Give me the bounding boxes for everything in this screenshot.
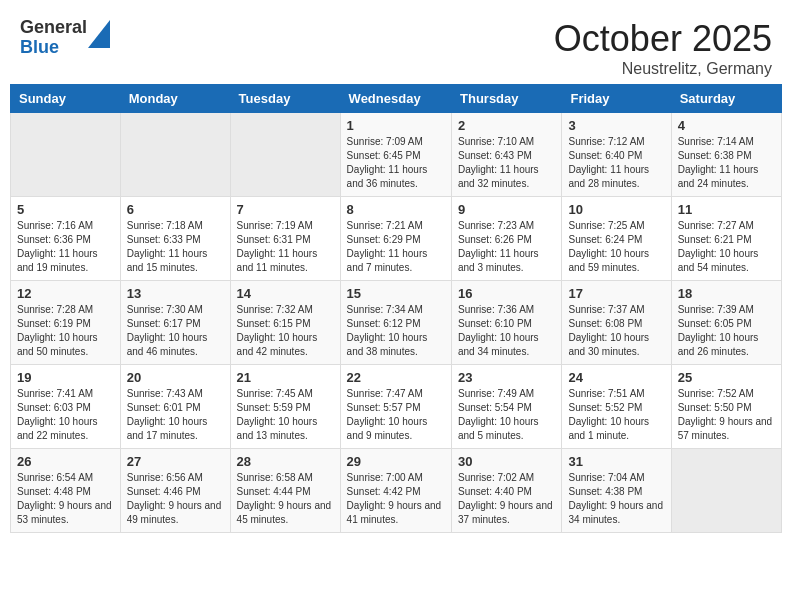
calendar-day-cell: 10Sunrise: 7:25 AMSunset: 6:24 PMDayligh… (562, 197, 671, 281)
day-info: Sunrise: 7:28 AMSunset: 6:19 PMDaylight:… (17, 303, 114, 359)
calendar-day-cell: 1Sunrise: 7:09 AMSunset: 6:45 PMDaylight… (340, 113, 451, 197)
weekday-header: Wednesday (340, 85, 451, 113)
calendar-week-row: 26Sunrise: 6:54 AMSunset: 4:48 PMDayligh… (11, 449, 782, 533)
calendar-day-cell: 4Sunrise: 7:14 AMSunset: 6:38 PMDaylight… (671, 113, 781, 197)
day-info: Sunrise: 7:00 AMSunset: 4:42 PMDaylight:… (347, 471, 445, 527)
weekday-header: Friday (562, 85, 671, 113)
day-info: Sunrise: 7:37 AMSunset: 6:08 PMDaylight:… (568, 303, 664, 359)
day-info: Sunrise: 7:18 AMSunset: 6:33 PMDaylight:… (127, 219, 224, 275)
day-info: Sunrise: 7:25 AMSunset: 6:24 PMDaylight:… (568, 219, 664, 275)
calendar-day-cell: 25Sunrise: 7:52 AMSunset: 5:50 PMDayligh… (671, 365, 781, 449)
calendar-day-cell: 30Sunrise: 7:02 AMSunset: 4:40 PMDayligh… (452, 449, 562, 533)
weekday-header: Sunday (11, 85, 121, 113)
day-info: Sunrise: 6:56 AMSunset: 4:46 PMDaylight:… (127, 471, 224, 527)
day-info: Sunrise: 7:14 AMSunset: 6:38 PMDaylight:… (678, 135, 775, 191)
day-info: Sunrise: 7:21 AMSunset: 6:29 PMDaylight:… (347, 219, 445, 275)
weekday-header: Monday (120, 85, 230, 113)
logo-general: General (20, 18, 87, 38)
logo-blue: Blue (20, 38, 87, 58)
calendar-day-cell: 9Sunrise: 7:23 AMSunset: 6:26 PMDaylight… (452, 197, 562, 281)
calendar-week-row: 12Sunrise: 7:28 AMSunset: 6:19 PMDayligh… (11, 281, 782, 365)
day-number: 14 (237, 286, 334, 301)
day-number: 6 (127, 202, 224, 217)
day-info: Sunrise: 7:36 AMSunset: 6:10 PMDaylight:… (458, 303, 555, 359)
calendar-day-cell: 20Sunrise: 7:43 AMSunset: 6:01 PMDayligh… (120, 365, 230, 449)
calendar-day-cell: 19Sunrise: 7:41 AMSunset: 6:03 PMDayligh… (11, 365, 121, 449)
day-number: 24 (568, 370, 664, 385)
svg-marker-0 (88, 20, 110, 48)
day-info: Sunrise: 7:32 AMSunset: 6:15 PMDaylight:… (237, 303, 334, 359)
day-number: 30 (458, 454, 555, 469)
calendar-day-cell: 29Sunrise: 7:00 AMSunset: 4:42 PMDayligh… (340, 449, 451, 533)
calendar-day-cell: 11Sunrise: 7:27 AMSunset: 6:21 PMDayligh… (671, 197, 781, 281)
calendar-day-cell: 15Sunrise: 7:34 AMSunset: 6:12 PMDayligh… (340, 281, 451, 365)
day-number: 23 (458, 370, 555, 385)
calendar-day-cell: 2Sunrise: 7:10 AMSunset: 6:43 PMDaylight… (452, 113, 562, 197)
calendar-day-cell: 13Sunrise: 7:30 AMSunset: 6:17 PMDayligh… (120, 281, 230, 365)
day-number: 11 (678, 202, 775, 217)
day-number: 12 (17, 286, 114, 301)
day-number: 20 (127, 370, 224, 385)
calendar-day-cell: 21Sunrise: 7:45 AMSunset: 5:59 PMDayligh… (230, 365, 340, 449)
calendar-week-row: 1Sunrise: 7:09 AMSunset: 6:45 PMDaylight… (11, 113, 782, 197)
day-info: Sunrise: 7:43 AMSunset: 6:01 PMDaylight:… (127, 387, 224, 443)
day-info: Sunrise: 7:41 AMSunset: 6:03 PMDaylight:… (17, 387, 114, 443)
weekday-header: Tuesday (230, 85, 340, 113)
day-number: 18 (678, 286, 775, 301)
calendar-day-cell: 27Sunrise: 6:56 AMSunset: 4:46 PMDayligh… (120, 449, 230, 533)
calendar-day-cell: 8Sunrise: 7:21 AMSunset: 6:29 PMDaylight… (340, 197, 451, 281)
day-info: Sunrise: 7:51 AMSunset: 5:52 PMDaylight:… (568, 387, 664, 443)
day-number: 21 (237, 370, 334, 385)
day-number: 1 (347, 118, 445, 133)
calendar-day-cell: 14Sunrise: 7:32 AMSunset: 6:15 PMDayligh… (230, 281, 340, 365)
day-info: Sunrise: 7:10 AMSunset: 6:43 PMDaylight:… (458, 135, 555, 191)
calendar-day-cell (230, 113, 340, 197)
calendar-day-cell: 24Sunrise: 7:51 AMSunset: 5:52 PMDayligh… (562, 365, 671, 449)
calendar-day-cell: 7Sunrise: 7:19 AMSunset: 6:31 PMDaylight… (230, 197, 340, 281)
day-number: 19 (17, 370, 114, 385)
day-number: 10 (568, 202, 664, 217)
logo: General Blue (20, 18, 110, 58)
day-info: Sunrise: 7:34 AMSunset: 6:12 PMDaylight:… (347, 303, 445, 359)
day-number: 31 (568, 454, 664, 469)
day-info: Sunrise: 7:23 AMSunset: 6:26 PMDaylight:… (458, 219, 555, 275)
day-number: 5 (17, 202, 114, 217)
weekday-header: Thursday (452, 85, 562, 113)
day-info: Sunrise: 7:47 AMSunset: 5:57 PMDaylight:… (347, 387, 445, 443)
day-info: Sunrise: 7:09 AMSunset: 6:45 PMDaylight:… (347, 135, 445, 191)
calendar-day-cell: 31Sunrise: 7:04 AMSunset: 4:38 PMDayligh… (562, 449, 671, 533)
day-number: 16 (458, 286, 555, 301)
day-number: 29 (347, 454, 445, 469)
day-info: Sunrise: 6:54 AMSunset: 4:48 PMDaylight:… (17, 471, 114, 527)
day-info: Sunrise: 7:16 AMSunset: 6:36 PMDaylight:… (17, 219, 114, 275)
weekday-header: Saturday (671, 85, 781, 113)
day-number: 26 (17, 454, 114, 469)
day-number: 15 (347, 286, 445, 301)
day-info: Sunrise: 7:45 AMSunset: 5:59 PMDaylight:… (237, 387, 334, 443)
calendar-day-cell: 6Sunrise: 7:18 AMSunset: 6:33 PMDaylight… (120, 197, 230, 281)
calendar-day-cell: 5Sunrise: 7:16 AMSunset: 6:36 PMDaylight… (11, 197, 121, 281)
day-number: 3 (568, 118, 664, 133)
day-number: 7 (237, 202, 334, 217)
calendar-week-row: 5Sunrise: 7:16 AMSunset: 6:36 PMDaylight… (11, 197, 782, 281)
calendar-day-cell: 22Sunrise: 7:47 AMSunset: 5:57 PMDayligh… (340, 365, 451, 449)
calendar-day-cell: 12Sunrise: 7:28 AMSunset: 6:19 PMDayligh… (11, 281, 121, 365)
day-number: 22 (347, 370, 445, 385)
day-info: Sunrise: 7:30 AMSunset: 6:17 PMDaylight:… (127, 303, 224, 359)
calendar-day-cell (120, 113, 230, 197)
month-title: October 2025 (554, 18, 772, 60)
title-block: October 2025 Neustrelitz, Germany (554, 18, 772, 78)
logo-triangle-icon (88, 20, 110, 48)
calendar-day-cell: 28Sunrise: 6:58 AMSunset: 4:44 PMDayligh… (230, 449, 340, 533)
day-number: 28 (237, 454, 334, 469)
calendar-day-cell: 16Sunrise: 7:36 AMSunset: 6:10 PMDayligh… (452, 281, 562, 365)
calendar-day-cell: 26Sunrise: 6:54 AMSunset: 4:48 PMDayligh… (11, 449, 121, 533)
day-number: 17 (568, 286, 664, 301)
day-info: Sunrise: 7:04 AMSunset: 4:38 PMDaylight:… (568, 471, 664, 527)
day-number: 25 (678, 370, 775, 385)
day-number: 8 (347, 202, 445, 217)
day-number: 13 (127, 286, 224, 301)
day-number: 2 (458, 118, 555, 133)
day-info: Sunrise: 6:58 AMSunset: 4:44 PMDaylight:… (237, 471, 334, 527)
calendar-day-cell (671, 449, 781, 533)
